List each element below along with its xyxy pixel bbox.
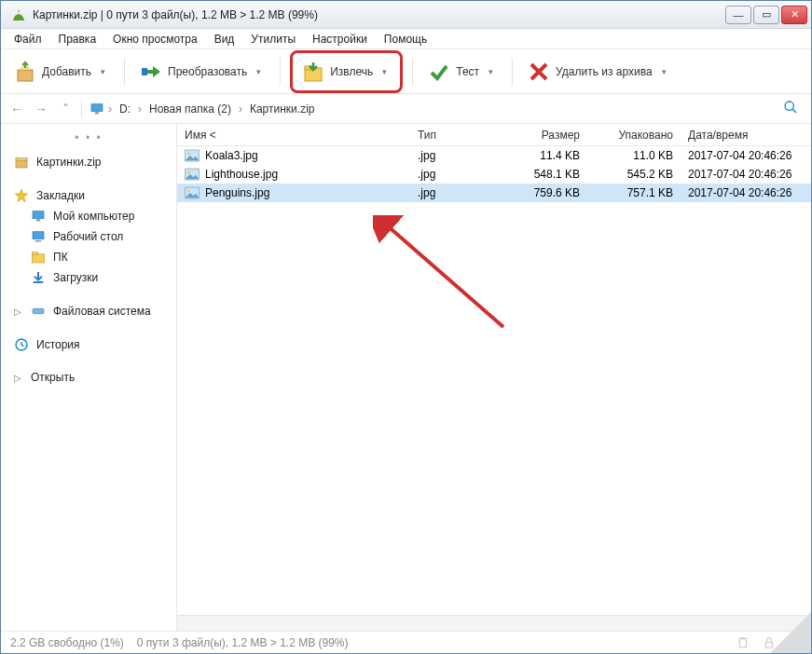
convert-label: Преобразовать — [168, 65, 247, 78]
extract-label: Извлечь — [330, 65, 373, 78]
file-size: 759.6 KB — [494, 186, 587, 199]
delete-button[interactable]: Удалить из архива ▾ — [522, 55, 676, 89]
chevron-down-icon[interactable]: ▾ — [97, 67, 109, 76]
annotation-arrow — [373, 215, 513, 336]
chevron-down-icon[interactable]: ▾ — [253, 67, 265, 76]
app-icon — [10, 7, 27, 23]
chevron-down-icon[interactable]: ▾ — [658, 67, 670, 76]
extract-button[interactable]: Извлечь ▾ — [296, 55, 396, 89]
main-toolbar: Добавить ▾ Преобразовать ▾ Извлечь ▾ Тес… — [1, 49, 811, 94]
svg-rect-25 — [740, 638, 747, 647]
expand-icon[interactable]: ▷ — [14, 307, 23, 317]
crumb-drive[interactable]: D: — [116, 101, 134, 117]
menu-utils[interactable]: Утилиты — [243, 31, 303, 48]
sidebar-desktop[interactable]: Рабочий стол — [5, 226, 172, 247]
menu-file[interactable]: Файл — [7, 31, 49, 48]
sidebar-archive-label: Картинки.zip — [36, 156, 102, 169]
sidebar-filesystem[interactable]: ▷ Файловая система — [5, 301, 172, 321]
main-window: Картинки.zip | 0 пути 3 файл(ы), 1.2 MB … — [0, 0, 812, 654]
file-type: .jpg — [410, 186, 494, 199]
chevron-down-icon[interactable]: ▾ — [485, 67, 497, 76]
chevron-down-icon[interactable]: ▾ — [378, 67, 391, 76]
col-packed[interactable]: Упаковано — [587, 129, 681, 142]
back-button[interactable]: ← — [8, 102, 25, 116]
x-icon — [528, 61, 550, 83]
monitor-icon — [89, 102, 104, 116]
clipboard-icon[interactable] — [736, 636, 750, 649]
menu-settings[interactable]: Настройки — [305, 31, 375, 48]
menu-edit[interactable]: Правка — [51, 31, 104, 48]
sidebar-filesystem-group: ▷ Файловая система — [5, 301, 172, 321]
menu-bar: Файл Правка Окно просмотра Вид Утилиты Н… — [1, 29, 811, 49]
breadcrumb[interactable]: › D: › Новая папка (2) › Картинки.zip — [89, 101, 770, 117]
crumb-separator: › — [239, 102, 242, 116]
menu-view[interactable]: Вид — [207, 31, 242, 48]
sidebar-history[interactable]: История — [5, 334, 172, 355]
sidebar-my-computer-label: Мой компьютер — [53, 210, 134, 223]
extract-icon — [302, 61, 324, 83]
sidebar-downloads[interactable]: Загрузки — [5, 267, 172, 288]
sidebar-downloads-label: Загрузки — [53, 271, 98, 284]
up-button[interactable]: ˄ — [57, 102, 74, 116]
toolbar-separator — [512, 58, 513, 86]
file-date: 2017-07-04 20:46:26 — [681, 186, 811, 199]
svg-rect-26 — [741, 637, 745, 639]
minimize-button[interactable]: — — [725, 6, 751, 24]
crumb-separator: › — [108, 102, 112, 116]
svg-line-24 — [386, 225, 503, 327]
add-button[interactable]: Добавить ▾ — [8, 55, 115, 89]
sidebar-archive[interactable]: Картинки.zip — [5, 152, 172, 172]
image-icon — [185, 168, 200, 181]
file-type: .jpg — [410, 168, 494, 181]
convert-button[interactable]: Преобразовать ▾ — [134, 55, 270, 89]
file-list-pane: Имя < Тип Размер Упаковано Дата/время Ko… — [177, 124, 811, 631]
col-name[interactable]: Имя < — [177, 129, 410, 142]
svg-point-21 — [187, 171, 190, 174]
sidebar: • • • Картинки.zip Закладки Мой компьюте… — [1, 124, 177, 631]
col-date[interactable]: Дата/время — [681, 129, 811, 142]
sidebar-options[interactable]: • • • — [5, 129, 172, 150]
nav-separator — [81, 101, 82, 117]
table-row[interactable]: Penguins.jpg .jpg 759.6 KB 757.1 KB 2017… — [177, 184, 811, 202]
file-name: Koala3.jpg — [205, 149, 258, 162]
expand-icon[interactable]: ▷ — [14, 373, 23, 383]
menu-view-window[interactable]: Окно просмотра — [105, 31, 205, 48]
svg-rect-13 — [32, 254, 44, 263]
test-button[interactable]: Тест ▾ — [422, 55, 502, 89]
extract-highlight: Извлечь ▾ — [290, 50, 403, 93]
box-icon — [14, 155, 29, 170]
menu-help[interactable]: Помощь — [377, 31, 434, 48]
col-size[interactable]: Размер — [494, 129, 587, 142]
monitor-icon — [31, 209, 46, 224]
sidebar-open[interactable]: ▷ Открыть — [5, 368, 172, 387]
drive-icon — [31, 304, 46, 319]
title-bar[interactable]: Картинки.zip | 0 пути 3 файл(ы), 1.2 MB … — [1, 1, 811, 29]
close-button[interactable]: ✕ — [781, 6, 807, 24]
maximize-button[interactable]: ▭ — [753, 6, 779, 24]
sidebar-bookmarks[interactable]: Закладки — [5, 185, 172, 206]
forward-button[interactable]: → — [33, 102, 49, 116]
column-headers[interactable]: Имя < Тип Размер Упаковано Дата/время — [177, 124, 811, 146]
folder-icon — [31, 250, 46, 265]
file-list[interactable]: Koala3.jpg .jpg 11.4 KB 11.0 KB 2017-07-… — [177, 146, 811, 615]
table-row[interactable]: Lighthouse.jpg .jpg 548.1 KB 545.2 KB 20… — [177, 165, 811, 184]
status-bar: 2.2 GB свободно (1%) 0 пути 3 файл(ы), 1… — [1, 631, 811, 653]
clock-icon — [14, 337, 29, 352]
table-row[interactable]: Koala3.jpg .jpg 11.4 KB 11.0 KB 2017-07-… — [177, 146, 811, 165]
status-selection: 0 пути 3 файл(ы), 1.2 MB > 1.2 MB (99%) — [137, 636, 349, 649]
col-type[interactable]: Тип — [410, 129, 494, 142]
sidebar-history-group: История — [5, 334, 172, 355]
convert-icon — [140, 61, 162, 83]
sidebar-pc[interactable]: ПК — [5, 247, 172, 267]
svg-point-6 — [785, 102, 793, 110]
horizontal-scrollbar[interactable] — [177, 615, 811, 631]
svg-rect-14 — [32, 252, 37, 255]
crumb-folder[interactable]: Новая папка (2) — [145, 101, 235, 117]
crumb-archive[interactable]: Картинки.zip — [246, 101, 319, 117]
svg-rect-12 — [35, 240, 42, 241]
svg-rect-4 — [91, 103, 103, 111]
sidebar-my-computer[interactable]: Мой компьютер — [5, 206, 172, 226]
add-label: Добавить — [42, 65, 91, 78]
window-title: Картинки.zip | 0 пути 3 файл(ы), 1.2 MB … — [33, 8, 725, 21]
search-icon[interactable] — [778, 100, 804, 118]
